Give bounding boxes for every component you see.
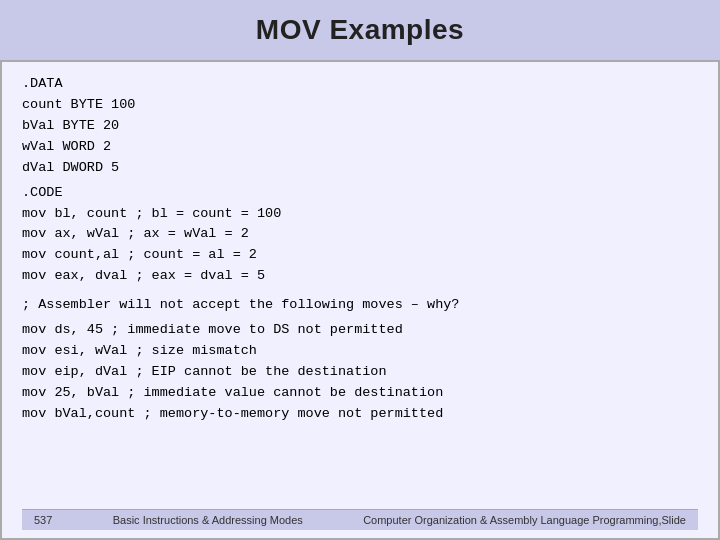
data-line-4: dVal DWORD 5 <box>22 158 698 179</box>
data-section: .DATA count BYTE 100 bVal BYTE 20 wVal W… <box>22 74 698 179</box>
extra-line-1: mov ds, 45 ; immediate move to DS not pe… <box>22 320 698 341</box>
extra-line-2: mov esi, wVal ; size mismatch <box>22 341 698 362</box>
code-line-1: mov bl, count ; bl = count = 100 <box>22 204 698 225</box>
assembler-note-section: ; Assembler will not accept the followin… <box>22 295 698 316</box>
extra-line-5: mov bVal,count ; memory-to-memory move n… <box>22 404 698 425</box>
slide-title: MOV Examples <box>0 0 720 60</box>
code-label: .CODE <box>22 183 698 204</box>
slide-number: 537 <box>34 514 52 526</box>
bottom-bar: 537 Basic Instructions & Addressing Mode… <box>22 509 698 530</box>
data-label: .DATA <box>22 74 698 95</box>
data-line-1: count BYTE 100 <box>22 95 698 116</box>
code-area: .DATA count BYTE 100 bVal BYTE 20 wVal W… <box>22 74 698 509</box>
slide-content: .DATA count BYTE 100 bVal BYTE 20 wVal W… <box>0 60 720 540</box>
code-section: .CODE mov bl, count ; bl = count = 100 m… <box>22 183 698 288</box>
code-line-4: mov eax, dval ; eax = dval = 5 <box>22 266 698 287</box>
slide: MOV Examples .DATA count BYTE 100 bVal B… <box>0 0 720 540</box>
data-line-2: bVal BYTE 20 <box>22 116 698 137</box>
footer-center: Basic Instructions & Addressing Modes <box>113 514 303 526</box>
code-line-2: mov ax, wVal ; ax = wVal = 2 <box>22 224 698 245</box>
data-line-3: wVal WORD 2 <box>22 137 698 158</box>
code-line-3: mov count,al ; count = al = 2 <box>22 245 698 266</box>
extra-section: mov ds, 45 ; immediate move to DS not pe… <box>22 320 698 425</box>
footer-right: Computer Organization & Assembly Languag… <box>363 514 686 526</box>
extra-line-4: mov 25, bVal ; immediate value cannot be… <box>22 383 698 404</box>
assembler-note: ; Assembler will not accept the followin… <box>22 295 698 316</box>
extra-line-3: mov eip, dVal ; EIP cannot be the destin… <box>22 362 698 383</box>
